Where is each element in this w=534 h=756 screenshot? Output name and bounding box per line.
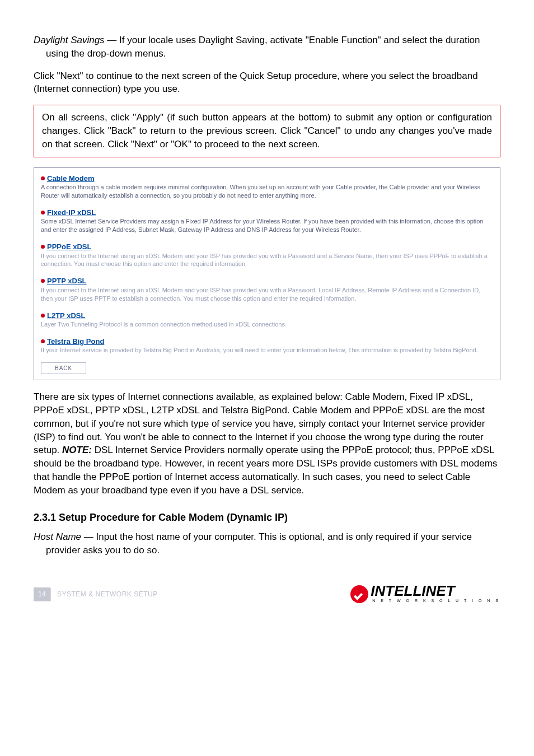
daylight-sep: — xyxy=(105,35,119,45)
note-label: NOTE: xyxy=(62,445,92,455)
router-option-telstra: Telstra Big Pond If your Internet servic… xyxy=(41,337,493,354)
bullet-icon xyxy=(41,211,45,214)
desc-l2tp-xdsl: Layer Two Tunneling Protocol is a common… xyxy=(41,320,493,329)
router-option-pptp: PPTP xDSL If you connect to the Internet… xyxy=(41,276,493,302)
bullet-icon xyxy=(41,314,45,318)
router-options-panel: Cable Modem A connection through a cable… xyxy=(34,167,500,381)
logo-sub-text: N E T W O R K S O L U T I O N S xyxy=(371,598,500,604)
desc-telstra-big-pond: If your Internet service is provided by … xyxy=(41,346,493,354)
host-name-text: Input the host name of your computer. Th… xyxy=(46,531,472,556)
router-option-cable-modem: Cable Modem A connection through a cable… xyxy=(41,174,493,200)
section-heading-2-3-1: 2.3.1 Setup Procedure for Cable Modem (D… xyxy=(34,511,500,525)
router-option-pppoe: PPPoE xDSL If you connect to the Interne… xyxy=(41,242,493,268)
checkmark-icon xyxy=(350,585,368,603)
desc-fixed-ip-xdsl: Some xDSL Internet Service Providers may… xyxy=(41,217,493,234)
link-cable-modem[interactable]: Cable Modem xyxy=(47,174,95,183)
intellinet-logo: INTELLINET N E T W O R K S O L U T I O N… xyxy=(350,585,500,603)
back-button[interactable]: BACK xyxy=(41,362,86,374)
link-telstra-big-pond[interactable]: Telstra Big Pond xyxy=(47,337,104,346)
link-l2tp-xdsl[interactable]: L2TP xDSL xyxy=(47,311,85,320)
host-name-sep: — xyxy=(81,531,96,542)
link-pppoe-xdsl[interactable]: PPPoE xDSL xyxy=(47,242,91,251)
host-name-term: Host Name xyxy=(34,531,81,542)
bullet-icon xyxy=(41,176,45,180)
connection-types-text-b: DSL Internet Service Providers normally … xyxy=(34,445,497,495)
connection-types-paragraph: There are six types of Internet connecti… xyxy=(34,390,500,497)
bullet-icon xyxy=(41,339,45,343)
link-fixed-ip-xdsl[interactable]: Fixed-IP xDSL xyxy=(47,208,96,217)
daylight-term: Daylight Savings xyxy=(34,35,105,45)
daylight-savings-paragraph: Daylight Savings — If your locale uses D… xyxy=(34,34,500,60)
bullet-icon xyxy=(41,245,45,249)
host-name-paragraph: Host Name — Input the host name of your … xyxy=(34,530,500,557)
router-option-l2tp: L2TP xDSL Layer Two Tunneling Protocol i… xyxy=(41,311,493,329)
link-pptp-xdsl[interactable]: PPTP xDSL xyxy=(47,277,87,285)
router-option-fixed-ip: Fixed-IP xDSL Some xDSL Internet Service… xyxy=(41,208,493,234)
page-footer: 14 SYSTEM & NETWORK SETUP INTELLINET N E… xyxy=(34,585,500,603)
desc-pppoe-xdsl: If you connect to the Internet using an … xyxy=(41,252,493,269)
logo-main-text: INTELLINET xyxy=(371,585,455,598)
desc-pptp-xdsl: If you connect to the Internet using an … xyxy=(41,286,493,303)
footer-section-label: SYSTEM & NETWORK SETUP xyxy=(57,590,158,599)
page-number: 14 xyxy=(34,587,50,601)
desc-cable-modem: A connection through a cable modem requi… xyxy=(41,183,493,200)
note-callout-box: On all screens, click "Apply" (if such b… xyxy=(34,105,500,157)
bullet-icon xyxy=(41,279,45,283)
note-callout-text: On all screens, click "Apply" (if such b… xyxy=(42,112,492,150)
click-next-paragraph: Click "Next" to continue to the next scr… xyxy=(34,69,500,96)
